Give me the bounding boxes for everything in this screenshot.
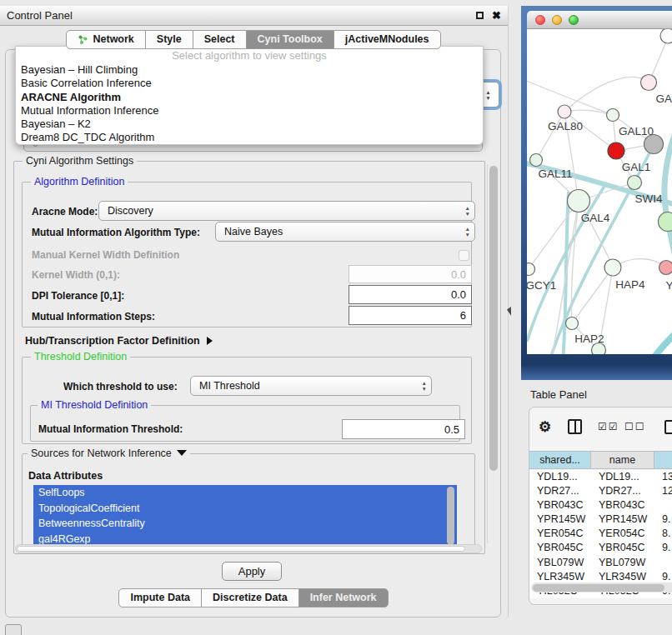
dropdown-item-basic-correlation[interactable]: Basic Correlation Inference	[16, 77, 483, 90]
node-unlabeled-top[interactable]	[660, 29, 672, 43]
close-traffic-light-icon[interactable]	[535, 15, 545, 25]
dropdown-item-dream8[interactable]: Dream8 DC_TDC Algorithm	[16, 131, 483, 144]
node-label: SWI4	[634, 192, 662, 205]
dropdown-item-bayesian-hill-climbing[interactable]: Bayesian – Hill Climbing	[16, 63, 483, 77]
node-gal1[interactable]	[628, 176, 642, 190]
mi-steps-label: Mutual Information Steps:	[32, 311, 155, 322]
table-toolbar: ⚙ ☑☑ ☐☐	[529, 416, 672, 438]
mi-algorithm-type-combobox[interactable]: Naive Bayes ▲▼	[215, 222, 475, 242]
minimize-traffic-light-icon[interactable]	[552, 15, 562, 25]
zoom-traffic-light-icon[interactable]	[569, 15, 579, 25]
aracne-mode-combobox[interactable]: Discovery ▲▼	[98, 201, 475, 221]
apply-button[interactable]: Apply	[222, 562, 282, 581]
table-body: YDL19... YDL19... 13 YDR27... YDR27... 1…	[529, 470, 672, 598]
node-label: HAP2	[574, 332, 604, 345]
node-gal10-neighbor[interactable]	[607, 109, 619, 122]
dpi-tolerance-label: DPI Tolerance [0,1]:	[32, 290, 124, 302]
new-table-icon[interactable]	[664, 420, 672, 434]
tab-jactivemnodules[interactable]: jActiveMNodules	[333, 30, 441, 49]
table-row[interactable]: YDL19... YDL19... 13	[529, 470, 672, 484]
tab-select[interactable]: Select	[193, 30, 247, 49]
aracne-mode-label: Aracne Mode:	[32, 206, 98, 218]
stepper-icon: ▲▼	[465, 205, 470, 217]
dropdown-item-mutual-information[interactable]: Mutual Information Inference	[16, 104, 483, 118]
mi-threshold-group-title: MI Threshold Definition	[38, 399, 151, 411]
dpi-tolerance-field[interactable]: 0.0	[349, 285, 472, 304]
tab-impute-data[interactable]: Impute Data	[118, 588, 202, 608]
gear-icon[interactable]: ⚙	[539, 420, 551, 434]
threshold-definition-title: Threshold Definition	[31, 351, 130, 362]
manual-kernel-checkbox[interactable]	[459, 250, 469, 261]
mi-threshold-field[interactable]: 0.5	[342, 419, 465, 439]
table-row[interactable]: YBR043C YBR043C	[529, 498, 672, 512]
table-row[interactable]: YBL079W YBL079W	[529, 556, 672, 570]
collapse-arrow-icon	[177, 450, 187, 456]
node-gal4[interactable]	[568, 190, 590, 212]
tab-cyni-toolbox[interactable]: Cyni Toolbox	[246, 30, 334, 49]
stepper-icon: ▲▼	[422, 380, 427, 392]
mi-steps-field[interactable]: 6	[349, 306, 472, 325]
node-selected-red[interactable]	[608, 142, 624, 159]
network-canvas[interactable]: GAL GAL80 GAL10 GAL11 GAL1 GAL4 SWI4 GCY…	[527, 29, 672, 354]
node-label: GAL	[655, 92, 672, 105]
list-item-topologicalcoefficient[interactable]: TopologicalCoefficient	[33, 501, 457, 517]
column-header-name[interactable]: name	[591, 452, 654, 468]
node-gcy1[interactable]	[527, 263, 535, 276]
which-threshold-combobox[interactable]: MI Threshold ▲▼	[190, 376, 432, 396]
node-label: Y	[665, 279, 672, 292]
control-panel-titlebar: Control Panel ✖	[0, 6, 508, 26]
network-icon	[78, 34, 88, 45]
hub-definition-expander[interactable]: Hub/Transcription Factor Definition	[25, 335, 213, 347]
list-scrollbar[interactable]	[447, 487, 454, 545]
tab-infer-network[interactable]: Infer Network	[298, 588, 389, 608]
columns-icon[interactable]	[568, 419, 582, 434]
node-gal11[interactable]	[530, 154, 543, 167]
table-row[interactable]: YDR27... YDR27... 12	[529, 484, 672, 498]
node-gal-cut[interactable]	[641, 75, 657, 91]
algorithm-dropdown-popup: Select algorithm to view settings Bayesi…	[15, 46, 484, 145]
table-row[interactable]: YER054C YER054C 8.	[529, 527, 672, 541]
node-label: GAL11	[538, 168, 572, 180]
node-swi4[interactable]	[659, 212, 672, 232]
expander-arrow-icon	[207, 337, 213, 345]
mi-threshold-label: Mutual Information Threshold:	[38, 423, 183, 435]
algorithm-definition-title: Algorithm Definition	[31, 176, 128, 188]
horizontal-scrollbar[interactable]	[15, 544, 482, 553]
node-y-cut[interactable]	[659, 261, 672, 275]
table-panel: Table Panel ⚙ ☑☑ ☐☐ shared... name YDL19…	[521, 383, 672, 625]
settings-scrollbar[interactable]	[487, 164, 499, 543]
tab-network[interactable]: Network	[66, 30, 145, 49]
close-window-icon[interactable]: ✖	[492, 10, 501, 21]
select-all-checkboxes-icon[interactable]: ☑☑	[598, 421, 619, 432]
manual-kernel-label: Manual Kernel Width Definition	[32, 249, 179, 261]
control-panel-window: Control Panel ✖ Network Style Select Cyn…	[0, 6, 509, 618]
dropdown-item-bayesian-k2[interactable]: Bayesian – K2	[16, 118, 483, 131]
tab-discretize-data[interactable]: Discretize Data	[201, 588, 299, 608]
stepper-icon: ▲▼	[465, 226, 470, 238]
list-item-betweennesscentrality[interactable]: BetweennessCentrality	[33, 516, 457, 532]
deselect-all-checkboxes-icon[interactable]: ☐☐	[624, 421, 646, 432]
table-row[interactable]: YPR145W YPR145W 9.	[529, 512, 672, 527]
settings-group-title: Cyni Algorithm Settings	[23, 155, 137, 167]
kernel-width-field[interactable]: 0.0	[349, 265, 472, 283]
table-row[interactable]: YBR045C YBR045C 9.	[529, 541, 672, 555]
network-view-window: GAL GAL80 GAL10 GAL11 GAL1 GAL4 SWI4 GCY…	[521, 6, 672, 380]
table-header-row: shared... name	[529, 451, 672, 469]
dropdown-item-aracne[interactable]: ARACNE Algorithm	[16, 91, 483, 104]
column-header-extra[interactable]	[654, 452, 672, 468]
node-label: GAL4	[581, 212, 610, 224]
collapsed-panel-icon[interactable]	[5, 624, 22, 635]
node-hap4[interactable]	[604, 259, 621, 276]
bottom-tabs: Impute Data Discretize Data Infer Networ…	[0, 588, 508, 608]
list-item-selfloops[interactable]: SelfLoops	[33, 485, 457, 501]
float-window-icon[interactable]	[476, 12, 484, 19]
column-header-shared[interactable]: shared...	[529, 452, 591, 468]
sources-group-title[interactable]: Sources for Network Inference	[28, 448, 190, 459]
network-window-titlebar	[527, 11, 672, 29]
tab-style[interactable]: Style	[145, 30, 193, 49]
table-horizontal-scrollbar[interactable]	[531, 582, 672, 592]
node-hap2[interactable]	[566, 318, 579, 330]
node-gal80[interactable]	[558, 105, 571, 118]
control-panel-tabs: Network Style Select Cyni Toolbox jActiv…	[0, 30, 508, 49]
node-label: GAL1	[622, 161, 651, 173]
